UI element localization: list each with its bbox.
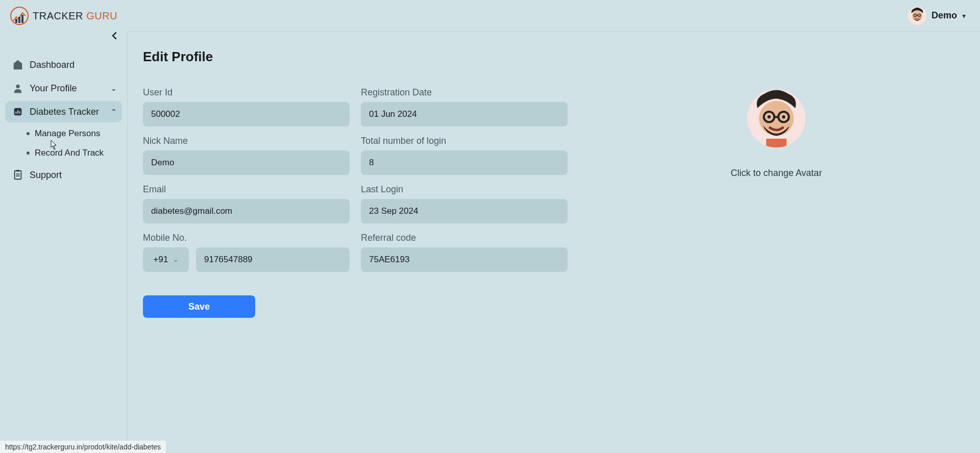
input-login-count[interactable] xyxy=(361,150,568,175)
input-last-login[interactable] xyxy=(361,199,568,223)
diabetes-submenu: Manage Persons Record And Track xyxy=(22,125,122,161)
field-mobile: Mobile No. +91 ⌄ xyxy=(143,233,350,272)
svg-rect-3 xyxy=(21,15,23,23)
svg-point-9 xyxy=(915,15,916,16)
label-mobile: Mobile No. xyxy=(143,233,350,243)
field-nick-name: Nick Name xyxy=(143,136,350,175)
svg-point-10 xyxy=(919,15,920,16)
country-code-select[interactable]: +91 ⌄ xyxy=(143,247,189,272)
sidebar-item-label: Dashboard xyxy=(30,60,75,70)
sidebar-item-support[interactable]: Support xyxy=(5,164,122,186)
logo-cell: TRACKER GURU xyxy=(0,0,128,32)
sidebar: Dashboard Your Profile ⌄ Diabetes Tracke… xyxy=(0,32,128,453)
label-nick-name: Nick Name xyxy=(143,136,350,146)
svg-point-22 xyxy=(768,115,771,118)
input-registration-date[interactable] xyxy=(361,102,568,127)
avatar-small xyxy=(908,7,926,25)
profile-icon xyxy=(12,83,23,94)
chevron-down-icon: ⌄ xyxy=(173,256,178,263)
tracker-icon xyxy=(12,106,23,117)
svg-rect-24 xyxy=(766,139,787,147)
svg-point-23 xyxy=(782,115,785,118)
status-url: https://tg2.trackerguru.in/prodot/kite/a… xyxy=(0,440,166,453)
chevron-down-icon: ⌄ xyxy=(111,84,117,92)
input-email[interactable] xyxy=(143,199,350,223)
sub-item-label: Manage Persons xyxy=(35,129,101,139)
svg-rect-2 xyxy=(18,17,20,23)
input-nick-name[interactable] xyxy=(143,150,350,175)
field-email: Email xyxy=(143,184,350,223)
support-icon xyxy=(12,169,23,181)
label-last-login: Last Login xyxy=(361,184,568,195)
sidebar-item-label: Diabetes Tracker xyxy=(30,107,99,117)
user-menu[interactable]: Demo ▾ xyxy=(908,7,966,25)
avatar-large[interactable] xyxy=(747,89,805,147)
topbar: Demo ▾ xyxy=(128,0,980,32)
sub-item-label: Record And Track xyxy=(35,148,104,158)
user-name: Demo xyxy=(932,10,957,21)
field-login-count: Total number of login xyxy=(361,136,568,175)
sidebar-collapse-button[interactable] xyxy=(108,29,122,43)
save-button[interactable]: Save xyxy=(143,295,255,318)
label-referral: Referral code xyxy=(361,233,568,243)
brand-text: TRACKER GURU xyxy=(33,10,117,22)
chevron-down-icon: ▾ xyxy=(962,12,966,20)
sidebar-item-label: Support xyxy=(30,170,62,181)
country-code-value: +91 xyxy=(154,255,168,265)
input-referral[interactable] xyxy=(361,247,568,272)
svg-rect-14 xyxy=(16,170,19,172)
input-user-id[interactable] xyxy=(143,102,350,127)
field-registration-date: Registration Date xyxy=(361,87,568,127)
chevron-up-icon: ⌃ xyxy=(111,108,117,116)
svg-rect-13 xyxy=(15,171,21,180)
sub-item-manage-persons[interactable]: Manage Persons xyxy=(22,125,122,142)
field-referral: Referral code xyxy=(361,233,568,272)
label-login-count: Total number of login xyxy=(361,136,568,146)
sub-item-record-and-track[interactable]: Record And Track xyxy=(22,145,122,161)
change-avatar-link[interactable]: Click to change Avatar xyxy=(731,168,822,179)
sidebar-item-diabetes-tracker[interactable]: Diabetes Tracker ⌃ xyxy=(5,101,122,122)
svg-rect-1 xyxy=(15,19,17,23)
field-last-login: Last Login xyxy=(361,184,568,223)
label-email: Email xyxy=(143,184,350,195)
dashboard-icon xyxy=(12,59,23,70)
label-registration-date: Registration Date xyxy=(361,87,568,98)
page-title: Edit Profile xyxy=(143,49,965,65)
brand-logo[interactable]: TRACKER GURU xyxy=(9,6,117,26)
field-user-id: User Id xyxy=(143,87,350,127)
main-content: Edit Profile User Id Registration Date N… xyxy=(128,32,980,453)
label-user-id: User Id xyxy=(143,87,350,98)
sidebar-item-your-profile[interactable]: Your Profile ⌄ xyxy=(5,78,122,99)
sidebar-item-dashboard[interactable]: Dashboard xyxy=(5,54,122,76)
sidebar-item-label: Your Profile xyxy=(30,83,77,94)
logo-mark-icon xyxy=(9,6,30,26)
input-mobile[interactable] xyxy=(196,247,350,272)
svg-point-11 xyxy=(16,85,19,88)
